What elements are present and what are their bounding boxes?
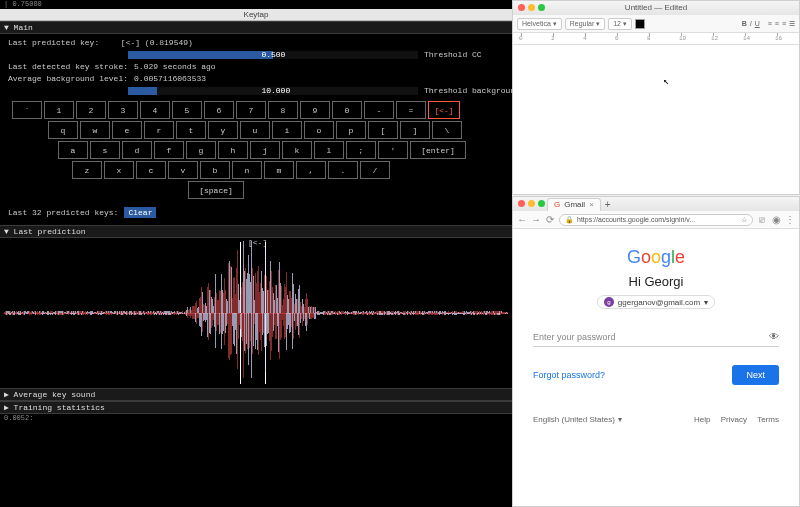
- text-color-icon[interactable]: [635, 19, 645, 29]
- tab-close-icon[interactable]: ×: [589, 200, 594, 209]
- key-[interactable]: -: [364, 101, 394, 119]
- document-canvas[interactable]: ↖: [513, 45, 799, 194]
- key-[interactable]: /: [360, 161, 390, 179]
- bold-icon[interactable]: B: [742, 20, 747, 27]
- key-[interactable]: [<-]: [428, 101, 460, 119]
- show-password-icon[interactable]: 👁: [769, 331, 779, 342]
- profile-icon[interactable]: ◉: [771, 214, 781, 225]
- menu-icon[interactable]: ⋮: [785, 214, 795, 225]
- key-v[interactable]: v: [168, 161, 198, 179]
- key-d[interactable]: d: [122, 141, 152, 159]
- font-family-select[interactable]: Helvetica ▾: [517, 18, 562, 30]
- key-[interactable]: `: [12, 101, 42, 119]
- key-7[interactable]: 7: [236, 101, 266, 119]
- key-5[interactable]: 5: [172, 101, 202, 119]
- key-8[interactable]: 8: [268, 101, 298, 119]
- underline-icon[interactable]: U: [755, 20, 760, 27]
- key-a[interactable]: a: [58, 141, 88, 159]
- language-select[interactable]: English (United States)▾: [533, 415, 622, 424]
- key-4[interactable]: 4: [140, 101, 170, 119]
- list-icon[interactable]: ☰: [789, 20, 795, 28]
- key-r[interactable]: r: [144, 121, 174, 139]
- key-l[interactable]: l: [314, 141, 344, 159]
- close-icon[interactable]: [518, 4, 525, 11]
- key-z[interactable]: z: [72, 161, 102, 179]
- zoom-icon[interactable]: [538, 4, 545, 11]
- key-s[interactable]: s: [90, 141, 120, 159]
- zoom-icon[interactable]: [538, 200, 545, 207]
- key-[interactable]: ,: [296, 161, 326, 179]
- key-w[interactable]: w: [80, 121, 110, 139]
- traffic-lights[interactable]: [518, 4, 545, 11]
- key-h[interactable]: h: [218, 141, 248, 159]
- key-9[interactable]: 9: [300, 101, 330, 119]
- key-3[interactable]: 3: [108, 101, 138, 119]
- key-q[interactable]: q: [48, 121, 78, 139]
- next-button[interactable]: Next: [732, 365, 779, 385]
- key-2[interactable]: 2: [76, 101, 106, 119]
- reload-icon[interactable]: ⟳: [545, 214, 555, 225]
- align-left-icon[interactable]: ≡: [768, 20, 772, 27]
- align-right-icon[interactable]: ≡: [782, 20, 786, 27]
- privacy-link[interactable]: Privacy: [721, 415, 747, 424]
- key-g[interactable]: g: [186, 141, 216, 159]
- forward-icon[interactable]: →: [531, 214, 541, 225]
- key-f[interactable]: f: [154, 141, 184, 159]
- key-[interactable]: [: [368, 121, 398, 139]
- back-icon[interactable]: ←: [517, 214, 527, 225]
- key-y[interactable]: y: [208, 121, 238, 139]
- tab-gmail[interactable]: G Gmail ×: [547, 198, 601, 211]
- minimize-icon[interactable]: [528, 200, 535, 207]
- clear-button[interactable]: Clear: [124, 207, 156, 218]
- password-field[interactable]: Enter your password 👁: [533, 327, 779, 347]
- key-[interactable]: .: [328, 161, 358, 179]
- section-training-stats-header[interactable]: ▶ Training statistics: [0, 401, 512, 414]
- key-[interactable]: \: [432, 121, 462, 139]
- ruler[interactable]: 0246810121416: [513, 33, 799, 45]
- italic-icon[interactable]: I: [750, 20, 752, 27]
- key-k[interactable]: k: [282, 141, 312, 159]
- minimize-icon[interactable]: [528, 4, 535, 11]
- threshold-cc-slider[interactable]: 0.500: [128, 51, 418, 59]
- key-n[interactable]: n: [232, 161, 262, 179]
- key-space[interactable]: [space]: [188, 181, 244, 199]
- key-p[interactable]: p: [336, 121, 366, 139]
- key-[interactable]: ;: [346, 141, 376, 159]
- key-e[interactable]: e: [112, 121, 142, 139]
- font-style-select[interactable]: Regular ▾: [565, 18, 605, 30]
- key-[interactable]: ': [378, 141, 408, 159]
- new-tab-button[interactable]: +: [605, 199, 611, 210]
- close-icon[interactable]: [518, 200, 525, 207]
- star-icon[interactable]: ☆: [741, 216, 747, 224]
- key-j[interactable]: j: [250, 141, 280, 159]
- section-last-prediction-header[interactable]: ▼ Last prediction: [0, 225, 512, 238]
- key-[interactable]: =: [396, 101, 426, 119]
- address-bar[interactable]: 🔒 https://accounts.google.com/signin/v..…: [559, 214, 753, 226]
- key-t[interactable]: t: [176, 121, 206, 139]
- font-size-select[interactable]: 12 ▾: [608, 18, 632, 30]
- key-u[interactable]: u: [240, 121, 270, 139]
- key-enter[interactable]: [enter]: [410, 141, 466, 159]
- forgot-password-link[interactable]: Forgot password?: [533, 370, 605, 380]
- textedit-titlebar[interactable]: Untitled — Edited: [513, 1, 799, 15]
- section-main-header[interactable]: ▼ Main: [0, 21, 512, 34]
- cast-icon[interactable]: ⎚: [757, 214, 767, 225]
- key-[interactable]: ]: [400, 121, 430, 139]
- key-6[interactable]: 6: [204, 101, 234, 119]
- key-c[interactable]: c: [136, 161, 166, 179]
- key-o[interactable]: o: [304, 121, 334, 139]
- threshold-bg-slider[interactable]: 10.000: [128, 87, 418, 95]
- key-m[interactable]: m: [264, 161, 294, 179]
- help-link[interactable]: Help: [694, 415, 710, 424]
- key-i[interactable]: i: [272, 121, 302, 139]
- key-0[interactable]: 0: [332, 101, 362, 119]
- account-chip[interactable]: g ggerganov@gmail.com ▾: [597, 295, 715, 309]
- terms-link[interactable]: Terms: [757, 415, 779, 424]
- chrome-titlebar[interactable]: G Gmail × +: [513, 197, 799, 211]
- key-x[interactable]: x: [104, 161, 134, 179]
- traffic-lights[interactable]: [518, 200, 545, 207]
- key-b[interactable]: b: [200, 161, 230, 179]
- align-center-icon[interactable]: ≡: [775, 20, 779, 27]
- section-avg-key-sound-header[interactable]: ▶ Average key sound: [0, 388, 512, 401]
- key-1[interactable]: 1: [44, 101, 74, 119]
